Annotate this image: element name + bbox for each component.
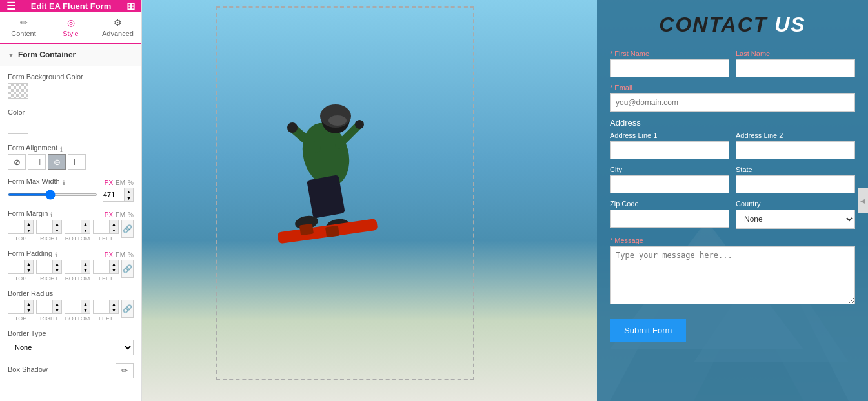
- form-bg-color-swatch[interactable]: [8, 83, 28, 99]
- last-name-input[interactable]: [736, 59, 855, 77]
- radius-left-down[interactable]: ▼: [109, 307, 118, 313]
- radius-top-input[interactable]: [8, 304, 24, 311]
- radius-bottom-down[interactable]: ▼: [81, 307, 90, 313]
- radius-bottom-up[interactable]: ▲: [81, 300, 90, 307]
- margin-bottom-down[interactable]: ▼: [81, 227, 90, 233]
- margin-unit-em[interactable]: EM: [116, 211, 125, 219]
- align-center-btn[interactable]: ⊕: [48, 154, 66, 170]
- padding-link-btn[interactable]: 🔗: [121, 260, 134, 278]
- labels-section-header[interactable]: ▶ Labels: [0, 393, 141, 401]
- margin-right-input[interactable]: [37, 224, 52, 231]
- message-textarea[interactable]: [610, 246, 855, 304]
- padding-unit-em[interactable]: EM: [116, 251, 125, 259]
- svg-rect-12: [299, 224, 314, 236]
- radius-left-up[interactable]: ▲: [109, 300, 118, 307]
- contact-title-us: US: [767, 13, 805, 36]
- padding-unit-percent[interactable]: %: [128, 251, 134, 259]
- radius-bottom-input[interactable]: [65, 304, 81, 311]
- zip-input[interactable]: [610, 210, 729, 228]
- country-select[interactable]: None United States Canada UK: [736, 210, 855, 229]
- radius-link-btn[interactable]: 🔗: [121, 300, 134, 318]
- margin-top-input[interactable]: [8, 224, 24, 231]
- radius-right-up[interactable]: ▲: [52, 300, 61, 307]
- max-width-slider[interactable]: [8, 193, 97, 196]
- margin-bottom-input[interactable]: [65, 224, 81, 231]
- form-padding-info-icon[interactable]: ℹ: [55, 251, 57, 259]
- margin-right-down[interactable]: ▼: [52, 227, 61, 233]
- form-alignment-info-icon[interactable]: ℹ: [60, 146, 63, 153]
- hamburger-icon[interactable]: ☰: [6, 0, 15, 12]
- radius-top-up[interactable]: ▲: [24, 300, 33, 307]
- email-input[interactable]: [610, 93, 855, 112]
- padding-left-down[interactable]: ▼: [109, 267, 118, 273]
- tab-advanced[interactable]: ⚙ Advanced: [94, 12, 141, 43]
- radius-top-down[interactable]: ▼: [24, 307, 33, 313]
- box-shadow-edit-btn[interactable]: ✏: [116, 363, 134, 378]
- padding-right-down[interactable]: ▼: [52, 267, 61, 273]
- country-group: Country None United States Canada UK: [736, 200, 855, 229]
- first-name-input[interactable]: [610, 59, 729, 77]
- grid-icon[interactable]: ⊞: [126, 0, 135, 12]
- margin-left-input[interactable]: [94, 224, 109, 231]
- align-left-btn[interactable]: ⊘: [8, 154, 26, 170]
- padding-left-input[interactable]: [94, 264, 109, 271]
- form-container-section-header[interactable]: ▼ Form Container: [0, 44, 141, 66]
- tab-content[interactable]: ✏ Content: [0, 12, 47, 43]
- max-width-down-btn[interactable]: ▼: [124, 195, 133, 201]
- padding-bottom-up[interactable]: ▲: [81, 260, 90, 267]
- margin-bottom-label: BOTTOM: [65, 235, 90, 242]
- form-max-width-info-icon[interactable]: ℹ: [63, 179, 65, 186]
- svg-point-6: [287, 122, 298, 133]
- address-line2-group: Address Line 2: [736, 132, 855, 159]
- unit-em[interactable]: EM: [116, 179, 125, 186]
- city-input[interactable]: [610, 175, 729, 193]
- form-padding-row: Form Padding ℹ PX EM % ▲: [8, 249, 134, 282]
- margin-top-up[interactable]: ▲: [24, 220, 33, 227]
- margin-unit-px[interactable]: PX: [105, 211, 113, 219]
- padding-right-up[interactable]: ▲: [52, 260, 61, 267]
- resize-handle[interactable]: ◀: [858, 188, 868, 213]
- state-input[interactable]: [736, 175, 855, 193]
- padding-bottom-input[interactable]: [65, 264, 81, 271]
- padding-top-down[interactable]: ▼: [24, 267, 33, 273]
- tab-style[interactable]: ◎ Style: [47, 12, 94, 44]
- max-width-input[interactable]: [103, 191, 124, 199]
- radius-right-down[interactable]: ▼: [52, 307, 61, 313]
- color-swatch[interactable]: [8, 119, 28, 134]
- radius-left-input[interactable]: [94, 304, 109, 311]
- contact-title-bold: CONTACT: [659, 13, 767, 36]
- radius-right-input[interactable]: [37, 304, 52, 311]
- margin-top-down[interactable]: ▼: [24, 227, 33, 233]
- align-right-btn[interactable]: ⊢: [68, 154, 86, 170]
- align-center-left-btn[interactable]: ⊣: [28, 154, 46, 170]
- padding-left-up[interactable]: ▲: [109, 260, 118, 267]
- padding-right-input[interactable]: [37, 264, 52, 271]
- address-line2-input[interactable]: [736, 141, 855, 159]
- margin-left-up[interactable]: ▲: [109, 220, 118, 227]
- unit-percent[interactable]: %: [128, 179, 134, 186]
- padding-top-label: TOP: [15, 275, 26, 282]
- margin-right-up[interactable]: ▲: [52, 220, 61, 227]
- border-type-select[interactable]: None Solid Dashed Dotted: [8, 340, 134, 355]
- margin-left-down[interactable]: ▼: [109, 227, 118, 233]
- form-margin-info-icon[interactable]: ℹ: [50, 211, 53, 219]
- submit-button[interactable]: Submit Form: [610, 319, 686, 342]
- unit-px[interactable]: PX: [105, 179, 113, 186]
- padding-unit-px[interactable]: PX: [105, 251, 113, 259]
- city-group: City: [610, 166, 729, 193]
- last-name-group: Last Name: [736, 50, 855, 77]
- padding-bottom-down[interactable]: ▼: [81, 267, 90, 273]
- address-lines-row: Address Line 1 Address Line 2: [610, 132, 855, 159]
- form-alignment-row: Form Alignment ℹ ⊘ ⊣ ⊕ ⊢: [8, 144, 134, 170]
- padding-top-input[interactable]: [8, 264, 24, 271]
- padding-top-up[interactable]: ▲: [24, 260, 33, 267]
- margin-bottom-up[interactable]: ▲: [81, 220, 90, 227]
- margin-link-btn[interactable]: 🔗: [121, 220, 134, 238]
- max-width-up-btn[interactable]: ▲: [124, 188, 133, 195]
- border-type-label: Border Type: [8, 329, 134, 337]
- max-width-spin-btns: ▲ ▼: [124, 188, 133, 201]
- message-group: * Message: [610, 237, 855, 306]
- address-line1-input[interactable]: [610, 141, 729, 159]
- margin-unit-percent[interactable]: %: [128, 211, 134, 219]
- svg-point-3: [328, 115, 347, 126]
